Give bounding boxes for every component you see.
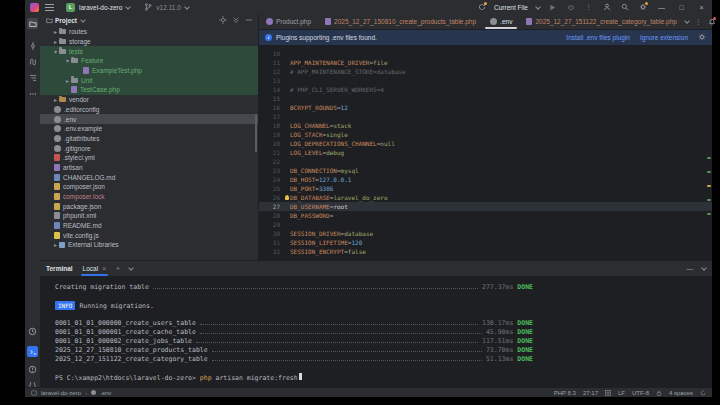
ignore-extension-link[interactable]: Ignore extension [640, 34, 688, 41]
breadcrumb-file[interactable]: .env [100, 390, 111, 396]
settings-gear-icon[interactable] [637, 2, 648, 13]
tree-item-env[interactable]: .env [40, 114, 258, 124]
code-line[interactable]: 20LOG_DEPRECATIONS_CHANNEL=null [259, 139, 712, 148]
chevron-down-icon[interactable] [80, 18, 85, 23]
run-icon[interactable] [547, 2, 558, 13]
tree-item-testcase[interactable]: TestCase.php [40, 85, 258, 95]
code-line-with-intention[interactable]: 26DB_DATABASE=laravel_do_zero [259, 193, 712, 202]
chevron-down-icon[interactable] [535, 5, 540, 10]
tree-item-composer-json[interactable]: composer.json [40, 182, 258, 192]
project-panel-title[interactable]: Project [55, 17, 77, 24]
install-plugin-link[interactable]: Install .env files plugin [566, 34, 630, 41]
chevron-collapsed-icon[interactable]: ▸ [52, 38, 59, 45]
history-clock-icon[interactable] [27, 326, 38, 337]
code-line[interactable]: 14# PHP_CLI_SERVER_WORKERS=4 [259, 85, 712, 94]
terminal-tool-icon[interactable] [27, 346, 38, 357]
intention-bulb-icon[interactable] [285, 195, 289, 200]
more-actions-icon[interactable]: ⋮ [583, 2, 594, 13]
terminal-tab-local[interactable]: Local× [81, 261, 108, 276]
tree-item-package-json[interactable]: package.json [40, 201, 258, 211]
tree-item-gitignore[interactable]: .gitignore [40, 143, 258, 153]
tab-list-chevron-icon[interactable] [684, 19, 689, 24]
more-tools-icon[interactable] [27, 88, 38, 99]
code-line[interactable]: 15 [259, 94, 712, 103]
tree-item-storage[interactable]: ▸storage [40, 37, 258, 47]
chevron-collapsed-icon[interactable]: ▸ [52, 241, 59, 248]
code-line[interactable]: 18LOG_CHANNEL=stack [259, 121, 712, 130]
code-line[interactable]: 22 [259, 157, 712, 166]
tree-item-readme[interactable]: README.md [40, 221, 258, 231]
tree-item-feature[interactable]: ▾Feature [40, 56, 258, 66]
tree-item-env-example[interactable]: .env.example [40, 124, 258, 134]
chevron-down-icon[interactable] [128, 266, 133, 271]
chevron-expanded-icon[interactable]: ▾ [52, 48, 59, 55]
code-editor[interactable]: 10 11APP_MAINTENANCE_DRIVER=file 12# APP… [259, 45, 712, 260]
code-line[interactable]: 28DB_PASSWORD= [259, 211, 712, 220]
tab-product-php[interactable]: Product.php [259, 14, 318, 29]
code-line[interactable]: 10 [259, 49, 712, 58]
project-name[interactable]: laravel-do-zero [79, 4, 122, 11]
run-configuration[interactable]: Current File [494, 4, 528, 11]
main-menu-icon[interactable] [45, 4, 54, 11]
php-version[interactable]: PHP 8.3 [554, 390, 576, 396]
tab-create-category-migration[interactable]: 2025_12_27_151122_create_category_table.… [519, 14, 684, 29]
new-terminal-icon[interactable]: + [116, 265, 120, 272]
notifications-bell-icon[interactable] [707, 17, 716, 27]
tree-item-phpunit[interactable]: phpunit.xml [40, 211, 258, 221]
chevron-collapsed-icon[interactable]: ▸ [52, 96, 59, 103]
chevron-expanded-icon[interactable]: ▾ [64, 57, 71, 64]
code-line[interactable]: 19LOG_STACK=single [259, 130, 712, 139]
code-line[interactable]: 32SESSION_ENCRYPT=false [259, 247, 712, 256]
collapse-all-icon[interactable] [232, 16, 240, 25]
tree-item-composer-lock[interactable]: composer.lock [40, 192, 258, 202]
tree-item-gitattributes[interactable]: .gitattributes [40, 134, 258, 144]
code-line-current[interactable]: 27DB_USERNAME=root [259, 202, 712, 211]
lock-icon[interactable] [656, 390, 662, 396]
tree-item-external-libraries[interactable]: ▸External Libraries [40, 240, 258, 250]
chevron-down-icon[interactable] [125, 5, 130, 10]
terminal-title[interactable]: Terminal [46, 265, 73, 272]
tree-item-routes[interactable]: ▸routes [40, 27, 258, 37]
tree-item-changelog[interactable]: CHANGELOG.md [40, 172, 258, 182]
code-line[interactable]: 23DB_CONNECTION=mysql [259, 166, 712, 175]
update-refresh-icon[interactable] [476, 2, 487, 13]
terminal-output[interactable]: Creating migration table277.37msDONE INF… [40, 277, 712, 388]
tab-env[interactable]: .env [483, 14, 519, 29]
tree-item-editorconfig[interactable]: .editorconfig [40, 105, 258, 115]
project-scrollbar[interactable] [255, 114, 257, 152]
code-line[interactable]: 16BCRYPT_ROUNDS=12 [259, 103, 712, 112]
code-line[interactable]: 25DB_PORT=3306 [259, 184, 712, 193]
tree-item-unit[interactable]: ▸Unit [40, 75, 258, 85]
problems-tool-icon[interactable] [27, 364, 38, 375]
minimize-panel-icon[interactable]: — [687, 265, 694, 272]
vcs-widget[interactable]: v12.11.0 [142, 2, 188, 13]
code-line[interactable]: 30SESSION_DRIVER=database [259, 229, 712, 238]
file-encoding[interactable]: UTF-8 [632, 390, 649, 396]
tab-create-products-migration[interactable]: 2025_12_27_150810_create_products_table.… [318, 14, 483, 29]
close-icon[interactable]: × [102, 265, 106, 272]
close-button[interactable]: × [695, 4, 708, 11]
tree-item-vendor[interactable]: ▸vendor [40, 95, 258, 105]
debug-icon[interactable] [565, 2, 576, 13]
maximize-button[interactable]: □ [675, 4, 688, 11]
code-line[interactable]: 31SESSION_LIFETIME=120 [259, 238, 712, 247]
tree-item-styleci[interactable]: .styleci.yml [40, 153, 258, 163]
code-line[interactable]: 17 [259, 112, 712, 121]
tree-item-exampletest[interactable]: ExampleTest.php [40, 66, 258, 76]
chevron-collapsed-icon[interactable]: ▸ [52, 28, 59, 35]
code-line[interactable]: 11APP_MAINTENANCE_DRIVER=file [259, 58, 712, 67]
tree-item-artisan[interactable]: artisan [40, 163, 258, 173]
breadcrumb-project[interactable]: laravel-do-zero [41, 390, 81, 396]
hide-panel-icon[interactable] [245, 16, 253, 25]
hide-panel-chevron-icon[interactable] [701, 266, 706, 271]
vcs-log-tool-icon[interactable] [27, 56, 38, 67]
background-tasks-icon[interactable] [700, 390, 706, 396]
code-line[interactable]: 21LOG_LEVEL=debug [259, 148, 712, 157]
tree-item-vite-config[interactable]: vite.config.js [40, 230, 258, 240]
inspection-marker-bar[interactable] [707, 45, 711, 260]
user-profile-icon[interactable] [601, 2, 612, 13]
terminal-prompt-line[interactable]: PS C:\xampp2\htdocs\laravel-do-zero> php… [55, 373, 533, 382]
tree-item-tests[interactable]: ▾tests [40, 46, 258, 56]
code-line[interactable]: 29 [259, 220, 712, 229]
indent-guides-icon[interactable] [605, 390, 611, 396]
